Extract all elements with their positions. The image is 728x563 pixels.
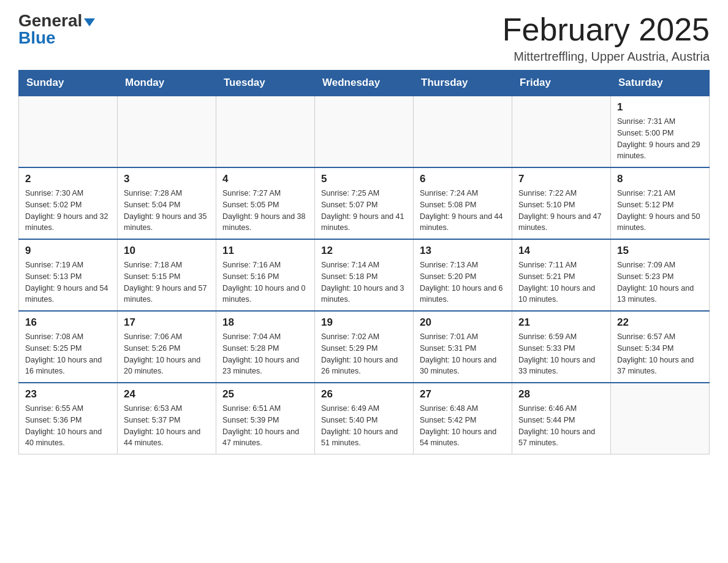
table-row xyxy=(19,96,118,167)
table-row: 26Sunrise: 6:49 AM Sunset: 5:40 PM Dayli… xyxy=(315,383,414,454)
day-info: Sunrise: 7:31 AM Sunset: 5:00 PM Dayligh… xyxy=(617,116,703,162)
table-row xyxy=(216,96,315,167)
day-number: 11 xyxy=(222,245,308,257)
logo-arrow-icon xyxy=(84,18,95,26)
day-number: 5 xyxy=(321,173,407,185)
day-info: Sunrise: 7:27 AM Sunset: 5:05 PM Dayligh… xyxy=(222,188,308,234)
table-row xyxy=(118,96,216,167)
day-info: Sunrise: 7:09 AM Sunset: 5:23 PM Dayligh… xyxy=(617,259,703,305)
table-row xyxy=(512,96,611,167)
header-sunday: Sunday xyxy=(19,71,118,96)
day-info: Sunrise: 7:08 AM Sunset: 5:25 PM Dayligh… xyxy=(25,331,111,377)
header-wednesday: Wednesday xyxy=(315,71,414,96)
day-info: Sunrise: 7:24 AM Sunset: 5:08 PM Dayligh… xyxy=(420,188,506,234)
day-number: 18 xyxy=(222,316,308,329)
day-info: Sunrise: 7:02 AM Sunset: 5:29 PM Dayligh… xyxy=(321,331,407,377)
table-row: 1Sunrise: 7:31 AM Sunset: 5:00 PM Daylig… xyxy=(611,96,710,167)
day-info: Sunrise: 6:57 AM Sunset: 5:34 PM Dayligh… xyxy=(617,331,703,377)
logo: General Blue xyxy=(18,12,95,47)
day-info: Sunrise: 7:11 AM Sunset: 5:21 PM Dayligh… xyxy=(518,259,604,305)
table-row: 24Sunrise: 6:53 AM Sunset: 5:37 PM Dayli… xyxy=(118,383,216,454)
table-row: 9Sunrise: 7:19 AM Sunset: 5:13 PM Daylig… xyxy=(19,239,118,311)
calendar-subtitle: Mittertreffling, Upper Austria, Austria xyxy=(502,50,710,64)
day-info: Sunrise: 7:13 AM Sunset: 5:20 PM Dayligh… xyxy=(420,259,506,305)
day-number: 26 xyxy=(321,388,407,400)
table-row: 18Sunrise: 7:04 AM Sunset: 5:28 PM Dayli… xyxy=(216,311,315,383)
day-info: Sunrise: 6:53 AM Sunset: 5:37 PM Dayligh… xyxy=(124,403,210,449)
table-row: 25Sunrise: 6:51 AM Sunset: 5:39 PM Dayli… xyxy=(216,383,315,454)
calendar-week-row: 23Sunrise: 6:55 AM Sunset: 5:36 PM Dayli… xyxy=(19,383,710,454)
calendar-header-row: Sunday Monday Tuesday Wednesday Thursday… xyxy=(19,71,710,96)
table-row xyxy=(611,383,710,454)
table-row: 12Sunrise: 7:14 AM Sunset: 5:18 PM Dayli… xyxy=(315,239,414,311)
table-row: 6Sunrise: 7:24 AM Sunset: 5:08 PM Daylig… xyxy=(414,167,512,239)
table-row: 21Sunrise: 6:59 AM Sunset: 5:33 PM Dayli… xyxy=(512,311,611,383)
day-number: 22 xyxy=(617,316,703,329)
day-info: Sunrise: 7:18 AM Sunset: 5:15 PM Dayligh… xyxy=(124,259,210,305)
table-row: 17Sunrise: 7:06 AM Sunset: 5:26 PM Dayli… xyxy=(118,311,216,383)
table-row: 3Sunrise: 7:28 AM Sunset: 5:04 PM Daylig… xyxy=(118,167,216,239)
table-row: 23Sunrise: 6:55 AM Sunset: 5:36 PM Dayli… xyxy=(19,383,118,454)
day-info: Sunrise: 6:59 AM Sunset: 5:33 PM Dayligh… xyxy=(518,331,604,377)
table-row xyxy=(414,96,512,167)
day-info: Sunrise: 7:19 AM Sunset: 5:13 PM Dayligh… xyxy=(25,259,111,305)
day-number: 6 xyxy=(420,173,506,185)
day-number: 27 xyxy=(420,388,506,400)
calendar-week-row: 2Sunrise: 7:30 AM Sunset: 5:02 PM Daylig… xyxy=(19,167,710,239)
table-row: 22Sunrise: 6:57 AM Sunset: 5:34 PM Dayli… xyxy=(611,311,710,383)
title-block: February 2025 Mittertreffling, Upper Aus… xyxy=(502,12,710,64)
day-info: Sunrise: 7:22 AM Sunset: 5:10 PM Dayligh… xyxy=(518,188,604,234)
day-number: 14 xyxy=(518,245,604,257)
logo-text-general: General xyxy=(18,12,82,29)
day-info: Sunrise: 6:46 AM Sunset: 5:44 PM Dayligh… xyxy=(518,403,604,449)
header-monday: Monday xyxy=(118,71,216,96)
day-info: Sunrise: 7:01 AM Sunset: 5:31 PM Dayligh… xyxy=(420,331,506,377)
day-info: Sunrise: 7:21 AM Sunset: 5:12 PM Dayligh… xyxy=(617,188,703,234)
day-number: 16 xyxy=(25,316,111,329)
day-info: Sunrise: 7:28 AM Sunset: 5:04 PM Dayligh… xyxy=(124,188,210,234)
day-number: 19 xyxy=(321,316,407,329)
day-number: 3 xyxy=(124,173,210,185)
table-row: 13Sunrise: 7:13 AM Sunset: 5:20 PM Dayli… xyxy=(414,239,512,311)
day-info: Sunrise: 6:48 AM Sunset: 5:42 PM Dayligh… xyxy=(420,403,506,449)
day-number: 7 xyxy=(518,173,604,185)
header: General Blue February 2025 Mittertreffli… xyxy=(18,12,710,64)
day-info: Sunrise: 7:04 AM Sunset: 5:28 PM Dayligh… xyxy=(222,331,308,377)
logo-text-blue: Blue xyxy=(18,28,56,47)
day-number: 12 xyxy=(321,245,407,257)
table-row: 8Sunrise: 7:21 AM Sunset: 5:12 PM Daylig… xyxy=(611,167,710,239)
day-number: 20 xyxy=(420,316,506,329)
table-row: 2Sunrise: 7:30 AM Sunset: 5:02 PM Daylig… xyxy=(19,167,118,239)
calendar-table: Sunday Monday Tuesday Wednesday Thursday… xyxy=(18,70,710,454)
day-info: Sunrise: 7:16 AM Sunset: 5:16 PM Dayligh… xyxy=(222,259,308,305)
day-number: 9 xyxy=(25,245,111,257)
header-thursday: Thursday xyxy=(414,71,512,96)
day-info: Sunrise: 6:55 AM Sunset: 5:36 PM Dayligh… xyxy=(25,403,111,449)
day-info: Sunrise: 7:14 AM Sunset: 5:18 PM Dayligh… xyxy=(321,259,407,305)
day-number: 10 xyxy=(124,245,210,257)
day-number: 25 xyxy=(222,388,308,400)
table-row: 11Sunrise: 7:16 AM Sunset: 5:16 PM Dayli… xyxy=(216,239,315,311)
day-info: Sunrise: 6:49 AM Sunset: 5:40 PM Dayligh… xyxy=(321,403,407,449)
table-row: 10Sunrise: 7:18 AM Sunset: 5:15 PM Dayli… xyxy=(118,239,216,311)
table-row: 7Sunrise: 7:22 AM Sunset: 5:10 PM Daylig… xyxy=(512,167,611,239)
table-row: 19Sunrise: 7:02 AM Sunset: 5:29 PM Dayli… xyxy=(315,311,414,383)
day-number: 17 xyxy=(124,316,210,329)
day-info: Sunrise: 7:25 AM Sunset: 5:07 PM Dayligh… xyxy=(321,188,407,234)
day-info: Sunrise: 6:51 AM Sunset: 5:39 PM Dayligh… xyxy=(222,403,308,449)
calendar-week-row: 1Sunrise: 7:31 AM Sunset: 5:00 PM Daylig… xyxy=(19,96,710,167)
calendar-title: February 2025 xyxy=(502,12,710,47)
day-number: 24 xyxy=(124,388,210,400)
table-row: 15Sunrise: 7:09 AM Sunset: 5:23 PM Dayli… xyxy=(611,239,710,311)
table-row: 27Sunrise: 6:48 AM Sunset: 5:42 PM Dayli… xyxy=(414,383,512,454)
table-row xyxy=(315,96,414,167)
day-info: Sunrise: 7:06 AM Sunset: 5:26 PM Dayligh… xyxy=(124,331,210,377)
header-friday: Friday xyxy=(512,71,611,96)
day-number: 4 xyxy=(222,173,308,185)
calendar-week-row: 9Sunrise: 7:19 AM Sunset: 5:13 PM Daylig… xyxy=(19,239,710,311)
table-row: 5Sunrise: 7:25 AM Sunset: 5:07 PM Daylig… xyxy=(315,167,414,239)
day-number: 2 xyxy=(25,173,111,185)
table-row: 20Sunrise: 7:01 AM Sunset: 5:31 PM Dayli… xyxy=(414,311,512,383)
day-number: 23 xyxy=(25,388,111,400)
day-info: Sunrise: 7:30 AM Sunset: 5:02 PM Dayligh… xyxy=(25,188,111,234)
